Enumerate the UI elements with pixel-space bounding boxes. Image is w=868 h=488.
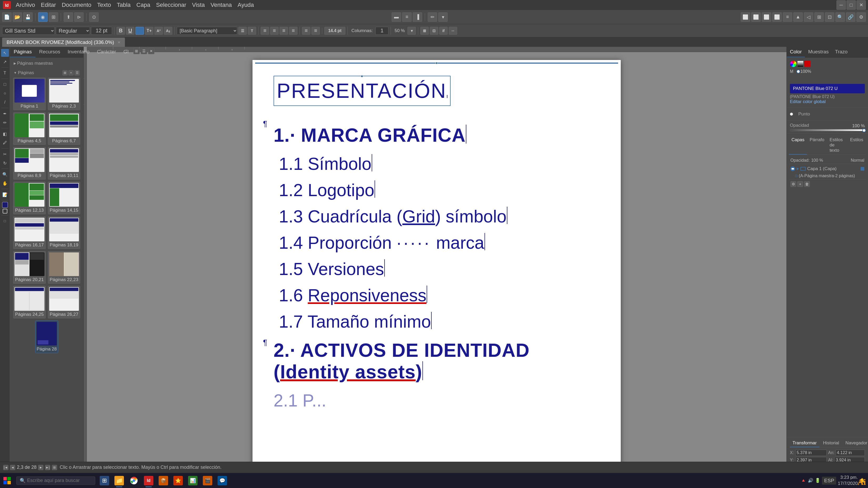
tool-r2[interactable]: ⬜ xyxy=(751,12,761,22)
page-add[interactable]: + xyxy=(68,70,74,75)
menu-capa[interactable]: Capa xyxy=(134,1,153,9)
superscript-button[interactable]: A² xyxy=(154,27,163,35)
color-red-icon[interactable] xyxy=(804,61,811,67)
taskbar-taskview[interactable]: ⊞ xyxy=(97,473,112,488)
menu-tabla[interactable]: Tabla xyxy=(114,1,133,9)
panel-tab-character[interactable]: Carácter xyxy=(93,47,120,57)
page-thumb-28[interactable]: Página 28 xyxy=(35,321,58,353)
slider-m-handle[interactable] xyxy=(797,70,800,73)
zoom-stepper[interactable]: ▾ xyxy=(407,27,416,35)
taskbar-search-input[interactable] xyxy=(27,478,92,483)
layers-add-btn[interactable]: + xyxy=(797,181,803,187)
menu-ventana[interactable]: Ventana xyxy=(208,1,235,9)
tool-r1[interactable]: ⬜ xyxy=(741,12,750,22)
tool-note[interactable]: 📝 xyxy=(1,191,9,198)
nav-first[interactable]: |◄ xyxy=(3,465,8,470)
page-thumb-1213[interactable]: Páginas 12,13 xyxy=(13,182,46,214)
menu-texto[interactable]: Texto xyxy=(94,1,114,9)
pages-header[interactable]: ▼ Páginas ⊞ + ☰ xyxy=(12,69,81,76)
tool-stroke[interactable]: ✏ xyxy=(428,12,437,22)
page-view-toggle[interactable]: ⊞ xyxy=(62,70,68,75)
tool-text2[interactable]: ⊳ xyxy=(74,12,84,22)
tool-r3[interactable]: ⬜ xyxy=(762,12,771,22)
font-family-select[interactable]: Gill Sans Std xyxy=(2,27,55,35)
sublayer-row-1[interactable]: (A-Página maestra-2 páginas) xyxy=(789,172,866,179)
color-gradient-icon[interactable] xyxy=(797,61,804,67)
align-right[interactable]: ≡ xyxy=(280,27,288,35)
size-field[interactable]: 14.4 pt xyxy=(324,27,345,35)
page-thumb-2021[interactable]: Páginas 20,21 xyxy=(13,251,46,284)
columns-input[interactable] xyxy=(375,27,389,35)
panel-delete[interactable]: ☰ xyxy=(141,48,147,54)
taskbar-clock[interactable]: 3:23 pm. 17/7/2020 xyxy=(838,475,858,486)
tool-line[interactable]: / xyxy=(1,98,9,106)
taskbar-chrome[interactable] xyxy=(127,473,141,488)
master-pages-header[interactable]: ▶ Páginas maestras xyxy=(12,60,81,67)
bold-button[interactable]: B xyxy=(117,27,125,35)
tool-eyedrop[interactable]: 🖉 xyxy=(1,139,9,147)
nav-extra[interactable]: ⊞ xyxy=(52,465,57,470)
tool-r6[interactable]: ▲ xyxy=(793,12,803,22)
tool-select[interactable]: ↖ xyxy=(1,49,9,57)
tool-rotate[interactable]: ↻ xyxy=(1,159,9,167)
nav-prev[interactable]: ◄ xyxy=(10,465,15,470)
right-tab-stroke[interactable]: Trazo xyxy=(832,47,851,57)
tool-r11[interactable]: 🔗 xyxy=(846,12,856,22)
tool-scissors[interactable]: ✂ xyxy=(1,150,9,158)
taskbar-indesign[interactable]: Id xyxy=(142,473,156,488)
paragraph-style-select[interactable]: [Basic Paragraph] xyxy=(177,27,237,35)
page-thumb-1617[interactable]: Páginas 16,17 xyxy=(13,217,46,249)
panel-tab-inventory[interactable]: Inventario xyxy=(64,47,93,57)
tab-close-button[interactable]: × xyxy=(118,39,121,45)
page-thumb-67[interactable]: Páginas 6,7 xyxy=(48,112,81,145)
tool-text[interactable]: T xyxy=(1,69,9,77)
tool-r7[interactable]: ◁ xyxy=(804,12,813,22)
menu-documento[interactable]: Documento xyxy=(59,1,94,9)
page-thumb-2425[interactable]: Páginas 24,25 xyxy=(13,286,46,318)
panel-tab-pages[interactable]: Páginas xyxy=(10,47,35,57)
menu-archivo[interactable]: Archivo xyxy=(13,1,38,9)
layer-1-eye[interactable] xyxy=(790,166,795,171)
taskbar-search[interactable]: 🔍 xyxy=(16,477,95,485)
tool-new[interactable]: 📄 xyxy=(2,12,11,22)
input-x[interactable] xyxy=(796,450,827,456)
menu-editar[interactable]: Editar xyxy=(38,1,58,9)
align-left[interactable]: ≡ xyxy=(261,27,269,35)
taskbar-app4[interactable]: 🎬 xyxy=(200,473,215,488)
tool-r10[interactable]: 🔍 xyxy=(835,12,845,22)
underline-button[interactable]: U xyxy=(126,27,134,35)
taskbar-app5[interactable]: 💬 xyxy=(215,473,229,488)
tool-fill[interactable]: ◧ xyxy=(1,130,9,138)
page-thumb-1415[interactable]: Páginas 14,15 xyxy=(48,182,81,214)
right-tab-swatches[interactable]: Muestras xyxy=(805,47,832,57)
tool-align-center[interactable]: ≡ xyxy=(402,12,412,22)
page-text[interactable]: PRESENTACIÓN ¶ 1.· MARCA GRÁFICA 1.1 Sím… xyxy=(274,76,600,383)
tool-align-left[interactable]: ▬ xyxy=(392,12,401,22)
nav-next[interactable]: ► xyxy=(38,465,43,470)
font-style-select[interactable]: Regular xyxy=(56,27,90,35)
tool-r4[interactable]: ⬜ xyxy=(772,12,782,22)
page-thumb-89[interactable]: Páginas 8,9 xyxy=(13,147,46,180)
tool-link[interactable]: ⊙ xyxy=(89,12,99,22)
menu-seleccionar[interactable]: Seleccionar xyxy=(153,1,189,9)
slider-m[interactable] xyxy=(797,70,799,72)
tool-stroke-opt[interactable]: ▾ xyxy=(438,12,448,22)
align-justify[interactable]: ≡ xyxy=(289,27,298,35)
taskbar-app1[interactable]: 📦 xyxy=(156,473,170,488)
color-wheel-icon[interactable] xyxy=(790,61,797,67)
tool-text1[interactable]: ⬆ xyxy=(64,12,73,22)
tool-rect[interactable]: □ xyxy=(1,80,9,88)
systray-volume[interactable]: 🔊 xyxy=(808,478,813,483)
font-size-input[interactable] xyxy=(91,27,112,35)
view-bleed[interactable]: if xyxy=(439,27,448,35)
input-w[interactable] xyxy=(836,450,865,456)
tool-r8[interactable]: ⊞ xyxy=(814,12,824,22)
page-thumb-2627[interactable]: Páginas 26,27 xyxy=(48,286,81,318)
stroke-color-swatch[interactable] xyxy=(3,209,7,214)
tool-ellipse[interactable]: ○ xyxy=(1,89,9,97)
tool-open[interactable]: 📂 xyxy=(12,12,22,22)
close-button[interactable]: ✕ xyxy=(857,0,866,10)
tool-preview[interactable]: ◉ xyxy=(38,12,48,22)
view-mode[interactable]: □ xyxy=(1,217,9,225)
page-thumb-45[interactable]: Páginas 4,5 xyxy=(13,112,46,145)
